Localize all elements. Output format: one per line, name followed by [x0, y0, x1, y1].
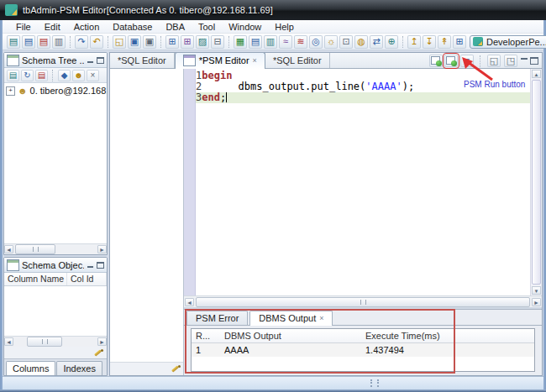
header-dbms-output[interactable]: DBMS Output: [220, 329, 361, 342]
tree-user-icon[interactable]: ☻: [72, 70, 85, 81]
tree-node-connection[interactable]: + ☻ 0. tibero@192.168.11..: [6, 86, 105, 96]
editor-stack-icon[interactable]: ◳: [504, 55, 517, 67]
scroll-up-icon[interactable]: ▲: [532, 70, 541, 78]
objects-hscrollbar[interactable]: ◄ ►: [4, 336, 107, 347]
tree-refresh-icon[interactable]: ↻: [21, 70, 34, 81]
new-connection-icon[interactable]: ▤: [7, 35, 20, 49]
sync-brush-icon[interactable]: [171, 364, 181, 374]
session-monitor-icon[interactable]: ▤: [249, 35, 262, 49]
tab-close-icon[interactable]: ×: [319, 315, 323, 322]
tab-overflow-indicator[interactable]: »7: [103, 363, 108, 375]
maximize-view-icon[interactable]: [97, 57, 104, 64]
scroll-left-icon[interactable]: ◄: [4, 245, 13, 253]
scroll-thumb[interactable]: [196, 297, 530, 307]
menu-file[interactable]: File: [9, 22, 38, 32]
new-psm-editor-icon[interactable]: ⊞: [181, 35, 194, 49]
scroll-left-icon[interactable]: ◄: [4, 337, 13, 346]
tab-columns[interactable]: Columns: [6, 361, 55, 375]
code-token: ;: [220, 91, 226, 103]
menu-dba[interactable]: DBA: [159, 22, 192, 32]
header-row-number[interactable]: R...: [192, 329, 220, 342]
schema-tree-header[interactable]: Schema Tree ...: [4, 53, 107, 68]
new-table-editor-icon[interactable]: ⊟: [211, 35, 224, 49]
maximize-editor-icon[interactable]: [530, 57, 538, 65]
upload-data-icon[interactable]: ↟: [438, 35, 451, 49]
tab-dbms-output[interactable]: DBMS Output ×: [249, 311, 333, 326]
scroll-down-icon[interactable]: ▼: [532, 286, 541, 295]
tab-psm-error[interactable]: PSM Error: [186, 311, 248, 325]
save-as-file-icon[interactable]: ▣: [143, 35, 156, 49]
commit-icon[interactable]: ↷: [75, 35, 88, 49]
tree-connect-icon[interactable]: ▤: [7, 70, 19, 81]
tab-psm-editor[interactable]: *PSM Editor ×: [175, 52, 265, 69]
print-icon[interactable]: ▥: [52, 35, 66, 49]
minimize-view-icon[interactable]: [87, 262, 94, 269]
minimize-editor-icon[interactable]: [520, 57, 528, 65]
header-execute-time[interactable]: Execute Time(ms): [361, 329, 511, 342]
scroll-thumb[interactable]: [532, 80, 541, 285]
psm-run-button-icon[interactable]: [444, 55, 458, 67]
network-info-icon[interactable]: ⊕: [385, 35, 398, 49]
tab-label: *SQL Editor: [273, 55, 322, 65]
maximize-view-icon[interactable]: [97, 262, 104, 269]
editor-hscrollbar[interactable]: ◄ ►: [184, 295, 542, 307]
psm-run-all-icon[interactable]: [429, 55, 443, 67]
scroll-right-icon[interactable]: ►: [97, 245, 107, 253]
save-file-icon[interactable]: ▣: [128, 35, 141, 49]
tab-sql-editor-1[interactable]: *SQL Editor: [110, 53, 175, 68]
output-table-row[interactable]: 1 AAAA 1.437494: [192, 343, 534, 357]
new-sql-editor-icon[interactable]: ⊞: [165, 35, 179, 49]
psm-navigator-pane[interactable]: [110, 69, 184, 375]
tab-indexes[interactable]: Indexes: [56, 361, 102, 375]
menu-edit[interactable]: Edit: [38, 22, 67, 32]
data-copy-icon[interactable]: ⊡: [339, 35, 353, 49]
editor-windows-icon[interactable]: ◱: [487, 55, 501, 67]
tab-label: *SQL Editor: [118, 55, 166, 65]
scroll-thumb[interactable]: [15, 244, 55, 254]
schema-browser-icon[interactable]: ▦: [234, 35, 247, 49]
menu-help[interactable]: Help: [268, 22, 301, 32]
column-header-colid[interactable]: Col Id: [67, 273, 107, 285]
editor-vscrollbar[interactable]: ▲ ▼: [530, 69, 542, 295]
database-info-icon[interactable]: ◍: [354, 35, 368, 49]
tab-close-icon[interactable]: ×: [253, 57, 257, 65]
rollback-icon[interactable]: ↶: [90, 35, 103, 49]
settings-icon[interactable]: ☼: [324, 35, 338, 49]
status-grip-icon[interactable]: [370, 379, 379, 387]
minimize-view-icon[interactable]: [87, 57, 94, 64]
editor-area: *SQL Editor *PSM Editor × *SQL Editor ≡: [109, 52, 543, 376]
tab-sql-editor-2[interactable]: *SQL Editor: [265, 53, 330, 68]
open-perspective-icon[interactable]: ⊞: [453, 35, 466, 49]
disconnect-database-icon[interactable]: ▤: [37, 35, 50, 49]
menu-database[interactable]: Database: [106, 22, 159, 32]
tree-key-icon[interactable]: ◆: [58, 70, 71, 81]
scroll-right-icon[interactable]: ►: [97, 337, 107, 346]
show-dbms-output-icon[interactable]: ≡: [460, 55, 474, 67]
perspective-button[interactable]: DeveloperPe...: [470, 35, 546, 49]
schema-tree-hscrollbar[interactable]: ◄ ►: [4, 243, 107, 254]
sql-monitor-icon[interactable]: ▥: [264, 35, 277, 49]
title-bar[interactable]: tbAdmin-PSM Editor[Connected As 0. tiber…: [0, 0, 546, 20]
code-editor[interactable]: 1begin 2 dbms_output.put_line('AAAA'); 3…: [196, 69, 530, 295]
export-data-icon[interactable]: ↧: [423, 35, 436, 49]
schema-compare-icon[interactable]: ⇄: [370, 35, 383, 49]
connect-database-icon[interactable]: ▤: [22, 35, 35, 49]
export-image-icon[interactable]: ▨: [196, 35, 209, 49]
open-file-icon[interactable]: ◱: [113, 35, 126, 49]
menu-window[interactable]: Window: [222, 22, 268, 32]
menu-tool[interactable]: Tool: [192, 22, 222, 32]
import-data-icon[interactable]: ↥: [407, 35, 421, 49]
menu-action[interactable]: Action: [67, 22, 107, 32]
scroll-thumb[interactable]: [27, 337, 62, 347]
statistics-view-icon[interactable]: ≋: [294, 35, 307, 49]
sync-brush-icon[interactable]: [94, 348, 103, 358]
schema-objects-header[interactable]: Schema Objec...: [4, 258, 107, 273]
scroll-left-icon[interactable]: ◄: [185, 298, 194, 306]
query-finder-icon[interactable]: ◎: [309, 35, 323, 49]
scroll-right-icon[interactable]: ►: [532, 298, 541, 306]
performance-view-icon[interactable]: ≈: [279, 35, 292, 49]
tree-close-icon[interactable]: ×: [87, 70, 99, 81]
tree-disconnect-icon[interactable]: ▤: [35, 70, 48, 81]
column-header-name[interactable]: Column Name: [4, 273, 67, 285]
tree-expander-icon[interactable]: +: [6, 86, 15, 96]
